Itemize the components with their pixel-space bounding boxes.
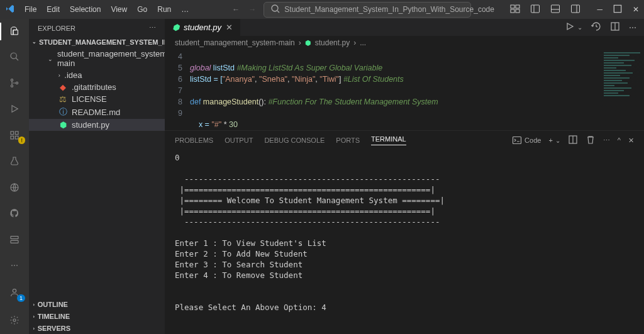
svg-rect-2 <box>516 5 519 8</box>
explorer-header: EXPLORER <box>38 25 75 32</box>
split-editor-icon[interactable] <box>610 21 620 33</box>
terminal-profile[interactable]: Code <box>512 135 541 145</box>
svg-rect-1 <box>511 5 514 8</box>
window-close-icon[interactable]: ✕ <box>633 5 639 14</box>
bottom-panel: PROBLEMS OUTPUT DEBUG CONSOLE PORTS TERM… <box>165 130 644 334</box>
layout-customize-icon[interactable] <box>510 4 520 16</box>
close-panel-icon[interactable]: ✕ <box>628 136 634 145</box>
breadcrumb[interactable]: student_management_system-main› ⬢student… <box>165 36 644 50</box>
activity-scm-icon[interactable] <box>7 76 22 90</box>
toggle-secondary-icon[interactable] <box>570 4 580 16</box>
outline-section[interactable]: ›OUTLINE <box>29 298 165 310</box>
svg-rect-3 <box>511 9 514 13</box>
search-icon <box>270 4 280 16</box>
svg-rect-18 <box>11 236 18 238</box>
split-terminal-icon[interactable] <box>568 135 578 146</box>
editor-tabs: ⬢ student.py ✕ ⌄ ⋯ <box>165 19 644 36</box>
menu-more[interactable]: … <box>177 3 193 16</box>
command-center-search[interactable]: Student_Management_System_In_Python_With… <box>264 2 471 18</box>
tab-debug-console[interactable]: DEBUG CONSOLE <box>264 136 325 144</box>
svg-point-21 <box>13 319 16 321</box>
svg-rect-14 <box>11 136 14 139</box>
svg-rect-15 <box>15 136 18 139</box>
activity-account-icon[interactable]: 1 <box>7 285 22 300</box>
code-editor[interactable]: 456789 global listStd #Making ListStd As… <box>165 50 644 130</box>
svg-point-12 <box>16 82 18 84</box>
run-play-icon[interactable] <box>565 21 575 33</box>
title-bar: File Edit Selection View Go Run … ← → St… <box>0 0 644 19</box>
minimap[interactable] <box>600 50 644 130</box>
menu-view[interactable]: View <box>106 3 131 16</box>
window-maximize-icon[interactable] <box>613 4 623 16</box>
kill-terminal-icon[interactable] <box>586 135 596 146</box>
line-gutter: 456789 <box>165 50 190 130</box>
svg-point-9 <box>11 53 16 58</box>
vscode-logo-icon <box>5 4 15 16</box>
activity-remote-icon[interactable] <box>7 181 22 194</box>
nav-forward-icon[interactable]: → <box>248 5 256 14</box>
code-content[interactable]: global listStd #Making ListStd As Super … <box>190 50 438 130</box>
terminal-output[interactable]: 0 --------------------------------------… <box>165 147 644 334</box>
svg-point-11 <box>11 85 13 87</box>
folder-idea[interactable]: ›.idea <box>29 69 165 81</box>
activity-settings-icon[interactable] <box>7 313 22 328</box>
folder-row[interactable]: ⌄student_management_system-main <box>29 48 165 69</box>
svg-rect-13 <box>11 131 14 135</box>
new-terminal-icon[interactable]: + <box>548 136 552 144</box>
toggle-sidebar-icon[interactable] <box>530 4 540 16</box>
search-title: Student_Management_System_In_Python_With… <box>284 5 494 14</box>
svg-rect-19 <box>11 240 18 243</box>
menu-edit[interactable]: Edit <box>42 3 64 16</box>
tab-more-icon[interactable]: ⋯ <box>629 23 636 32</box>
tab-close-icon[interactable]: ✕ <box>226 23 233 32</box>
menu-go[interactable]: Go <box>133 3 152 16</box>
svg-rect-4 <box>516 9 519 13</box>
menu-selection[interactable]: Selection <box>65 3 105 16</box>
activity-more-icon[interactable]: ⋯ <box>7 259 22 273</box>
activity-debug-icon[interactable] <box>7 103 22 116</box>
toggle-panel-icon[interactable] <box>550 4 560 16</box>
tab-terminal[interactable]: TERMINAL <box>371 135 406 145</box>
tab-label: student.py <box>184 23 221 32</box>
svg-rect-23 <box>513 137 521 144</box>
file-gitattributes[interactable]: ◆.gitattributes <box>29 81 165 93</box>
tab-output[interactable]: OUTPUT <box>225 136 253 144</box>
activity-testing-icon[interactable] <box>7 155 22 169</box>
history-icon[interactable] <box>591 21 601 33</box>
activity-bar: ! ⋯ 1 <box>0 19 29 334</box>
activity-extensions-icon[interactable]: ! <box>7 128 22 142</box>
svg-rect-7 <box>572 5 580 13</box>
activity-search-icon[interactable] <box>7 50 22 64</box>
project-title-row[interactable]: ⌄STUDENT_MANAGEMENT_SYSTEM_IN_PYTHON... <box>29 36 165 48</box>
timeline-section[interactable]: ›TIMELINE <box>29 310 165 322</box>
svg-rect-5 <box>531 5 540 13</box>
panel-more-icon[interactable]: ⋯ <box>603 136 610 145</box>
nav-back-icon[interactable]: ← <box>232 5 240 14</box>
menu-file[interactable]: File <box>20 3 41 16</box>
explorer-sidebar: EXPLORER ⋯ ⌄STUDENT_MANAGEMENT_SYSTEM_IN… <box>29 19 165 334</box>
svg-rect-6 <box>552 5 560 13</box>
svg-point-0 <box>272 5 278 11</box>
activity-server-icon[interactable] <box>7 233 22 247</box>
tab-ports[interactable]: PORTS <box>336 136 360 144</box>
servers-section[interactable]: ›SERVERS <box>29 322 165 334</box>
svg-rect-16 <box>15 131 18 135</box>
run-dropdown-icon[interactable]: ⌄ <box>577 24 582 31</box>
svg-rect-8 <box>614 5 621 12</box>
tab-student-py[interactable]: ⬢ student.py ✕ <box>165 19 240 36</box>
extensions-badge: ! <box>18 136 25 144</box>
activity-explorer-icon[interactable] <box>7 24 22 38</box>
window-minimize-icon[interactable]: ─ <box>597 5 602 14</box>
tab-problems[interactable]: PROBLEMS <box>175 136 213 144</box>
maximize-panel-icon[interactable]: ^ <box>618 136 621 144</box>
file-student-py[interactable]: ⬢student.py <box>29 119 165 131</box>
file-license[interactable]: ⚖LICENSE <box>29 93 165 105</box>
explorer-more-icon[interactable]: ⋯ <box>149 24 156 32</box>
activity-github-icon[interactable] <box>7 207 22 221</box>
menu-run[interactable]: Run <box>153 3 175 16</box>
svg-point-20 <box>13 289 16 292</box>
file-readme[interactable]: ⓘREADME.md <box>29 105 165 119</box>
account-badge: 1 <box>17 294 25 302</box>
terminal-dropdown-icon[interactable]: ⌄ <box>555 137 560 144</box>
svg-point-10 <box>11 79 13 81</box>
